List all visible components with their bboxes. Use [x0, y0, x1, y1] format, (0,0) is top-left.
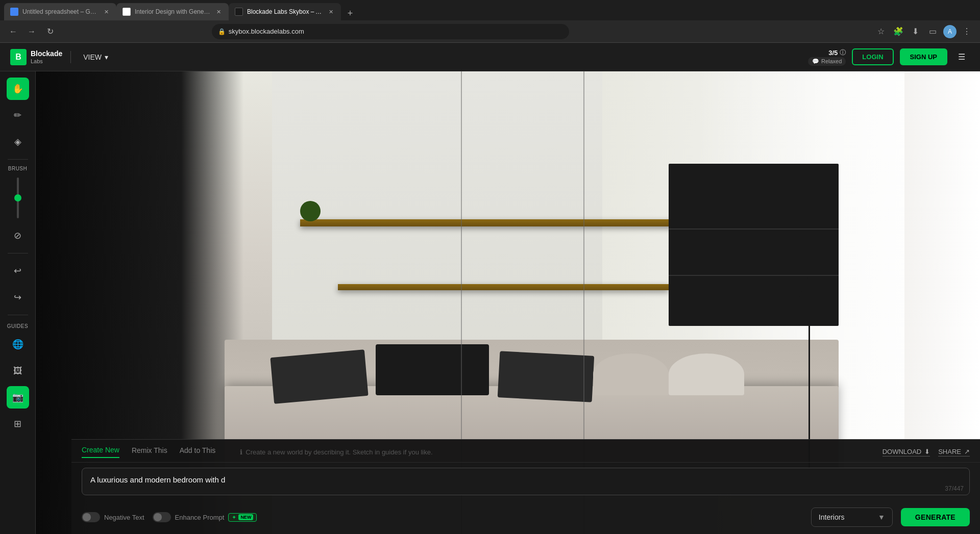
- globe-guide-button[interactable]: 🌐: [7, 333, 29, 355]
- bookmark-button[interactable]: ☆: [874, 24, 888, 39]
- download-icon: ⬇: [924, 448, 930, 455]
- paint-tool-button[interactable]: ✋: [7, 78, 29, 100]
- generate-button[interactable]: GENERATE: [901, 508, 970, 526]
- main-viewport: Create New Remix This Add to This ℹ Crea…: [36, 71, 980, 534]
- tab-close-3[interactable]: ✕: [327, 8, 335, 16]
- tab-close-1[interactable]: ✕: [102, 8, 110, 16]
- lock-icon: 🔒: [218, 28, 226, 35]
- view-chevron-icon: ▾: [105, 53, 108, 61]
- url-text: skybox.blockadelabs.com: [229, 28, 304, 35]
- back-button[interactable]: ←: [6, 24, 20, 39]
- bottom-tabs-row: Create New Remix This Add to This ℹ Crea…: [71, 440, 980, 463]
- bottom-hint: ℹ Create a new world by describing it. S…: [240, 448, 432, 456]
- negative-text-label: Negative Text: [104, 514, 144, 521]
- extensions-button[interactable]: 🧩: [891, 24, 905, 39]
- toggle-knob-enhance: [154, 513, 162, 521]
- negative-text-toggle-group: Negative Text: [82, 512, 144, 522]
- no-paint-button[interactable]: ⊘: [7, 224, 29, 247]
- enhance-star-icon: ✦: [232, 514, 236, 521]
- tab-remix-this[interactable]: Remix This: [132, 446, 167, 457]
- profile-button[interactable]: A: [943, 25, 957, 38]
- layout-guide-button[interactable]: ⊞: [7, 413, 29, 435]
- image-guide-button[interactable]: 🖼: [7, 360, 29, 382]
- relaxed-icon: 💬: [812, 58, 819, 65]
- download-button[interactable]: ⬇: [909, 24, 923, 39]
- header-right: 3/5 ⓘ 💬 Relaxed LOGIN SIGN UP ☰: [808, 48, 970, 66]
- floating-shelf-upper: [300, 219, 678, 226]
- download-button[interactable]: DOWNLOAD ⬇: [883, 448, 930, 456]
- forward-button[interactable]: →: [24, 24, 39, 39]
- enhance-prompt-label: Enhance Prompt: [175, 514, 225, 521]
- sidebar-divider-1: [8, 159, 28, 160]
- download-label: DOWNLOAD: [883, 448, 922, 455]
- toggle-knob-negative: [83, 513, 91, 521]
- browser-chrome: Untitled spreadsheet – Goog... ✕ Interio…: [0, 0, 980, 43]
- relaxed-badge: 💬 Relaxed: [808, 57, 846, 66]
- pillow-5: [669, 353, 744, 395]
- sidebar-divider-3: [8, 315, 28, 315]
- brush-label: Brush: [8, 166, 28, 171]
- style-selector: Interiors ▼: [811, 507, 893, 527]
- bookshelf-shelf-1: [669, 228, 839, 230]
- signup-button[interactable]: SIGN UP: [900, 48, 947, 65]
- brush-size-slider[interactable]: [17, 177, 19, 218]
- photo-guide-button[interactable]: 📷: [7, 386, 29, 409]
- share-label: SHARE: [938, 448, 961, 455]
- style-dropdown[interactable]: Interiors ▼: [811, 507, 893, 527]
- usage-info: 3/5 ⓘ 💬 Relaxed: [808, 48, 846, 66]
- eraser-tool-button[interactable]: ◈: [7, 131, 29, 153]
- header-divider: [70, 51, 71, 63]
- browser-tab-2[interactable]: Interior Design with Generati... ✕: [116, 3, 229, 20]
- browser-toolbar: ← → ↻ 🔒 skybox.blockadelabs.com ☆ 🧩 ⬇ ▭ …: [0, 20, 980, 43]
- enhance-prompt-toggle-group: Enhance Prompt ✦ NEW: [153, 512, 257, 522]
- prompt-input-container: 37/447: [82, 468, 970, 497]
- usage-number: 3/5: [828, 49, 838, 57]
- tab-create-new[interactable]: Create New: [82, 446, 119, 458]
- chevron-down-icon: ▼: [878, 513, 885, 521]
- negative-text-toggle[interactable]: [82, 512, 100, 522]
- blockade-logo-icon: B: [10, 49, 27, 65]
- style-label: Interiors: [819, 513, 845, 521]
- logo-area: B Blockade Labs: [10, 49, 62, 65]
- tab-add-to-this[interactable]: Add to This: [180, 446, 216, 457]
- logo-subtext: Labs: [31, 58, 62, 64]
- address-bar[interactable]: 🔒 skybox.blockadelabs.com: [212, 24, 569, 39]
- usage-count: 3/5 ⓘ: [828, 48, 846, 57]
- tab-favicon-1: [10, 8, 18, 16]
- tab-close-2[interactable]: ✕: [214, 8, 223, 16]
- relaxed-label: Relaxed: [821, 58, 842, 64]
- login-button[interactable]: LOGIN: [852, 48, 893, 65]
- pillow-1: [270, 349, 368, 403]
- pillow-3: [497, 351, 594, 402]
- view-button[interactable]: VIEW ▾: [79, 51, 112, 63]
- char-count: 37/447: [945, 485, 964, 492]
- bookshelf-shelf-2: [669, 275, 839, 276]
- sidebar-divider-2: [8, 253, 28, 253]
- share-button[interactable]: SHARE ↗: [938, 448, 970, 456]
- enhance-prompt-toggle[interactable]: [153, 512, 171, 522]
- more-button[interactable]: ⋮: [960, 24, 974, 39]
- reload-button[interactable]: ↻: [43, 24, 57, 39]
- left-sidebar: ✋ ✏ ◈ Brush ⊘ ↩ ↪ Guides 🌐 🖼 📷 ⊞: [0, 71, 36, 534]
- redo-button[interactable]: ↪: [7, 286, 29, 309]
- plant-on-shelf: [300, 201, 321, 221]
- new-tab-button[interactable]: +: [343, 6, 357, 20]
- tab-label-2: Interior Design with Generati...: [135, 8, 210, 15]
- browser-tab-1[interactable]: Untitled spreadsheet – Goog... ✕: [4, 3, 116, 20]
- hint-icon: ℹ: [240, 448, 242, 456]
- new-badge: NEW: [238, 514, 253, 520]
- share-icon: ↗: [964, 448, 970, 455]
- bottom-controls: Negative Text Enhance Prompt ✦ NEW Inter…: [71, 502, 980, 534]
- pen-tool-button[interactable]: ✏: [7, 104, 29, 126]
- undo-button[interactable]: ↩: [7, 260, 29, 282]
- pillow-4: [593, 353, 669, 395]
- browser-tab-3[interactable]: Blockade Labs Skybox – AI-G... ✕: [229, 3, 341, 20]
- app-content: B Blockade Labs VIEW ▾ 3/5 ⓘ 💬 Relaxed: [0, 43, 980, 534]
- prompt-input[interactable]: [82, 468, 970, 495]
- browser-tabbar: Untitled spreadsheet – Goog... ✕ Interio…: [0, 0, 980, 20]
- sidebar-button[interactable]: ▭: [926, 24, 940, 39]
- tab-label-3: Blockade Labs Skybox – AI-G...: [247, 8, 323, 15]
- hamburger-menu-button[interactable]: ☰: [953, 49, 970, 65]
- floating-shelf-lower: [338, 284, 669, 290]
- logo-text: Blockade: [31, 49, 62, 58]
